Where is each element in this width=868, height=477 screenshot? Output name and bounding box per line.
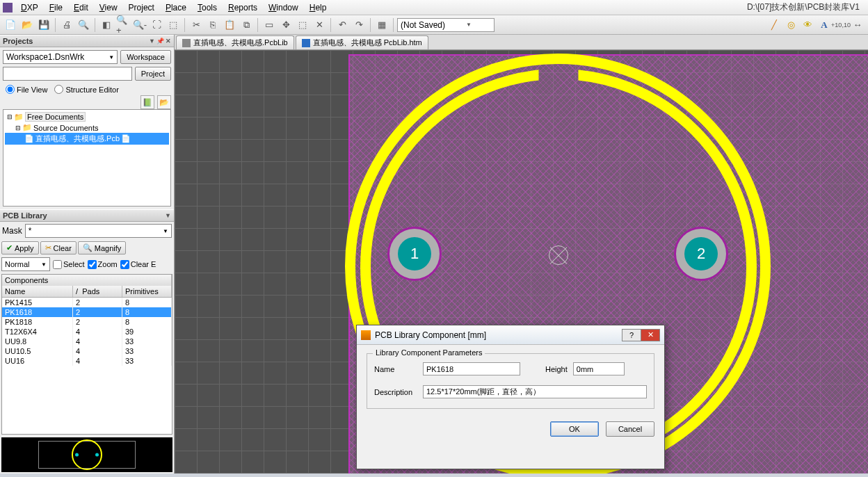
table-row[interactable]: UU9.8433 — [2, 337, 172, 346]
file-path: D:\[07]技术创新\PCB封装库V1 — [747, 1, 865, 13]
menu-edit[interactable]: EditEdit — [68, 1, 94, 15]
file-view-radio[interactable]: File View — [6, 85, 47, 94]
magnify-button[interactable]: 🔍Magnify — [78, 241, 127, 254]
pcblib-file-icon — [182, 39, 191, 47]
menu-help[interactable]: HelpHelp — [304, 1, 332, 15]
project-button[interactable]: Project — [135, 67, 171, 81]
table-row[interactable]: PK161828 — [2, 307, 172, 317]
sidebar: Projects ▼📌✕ Workspace1.DsnWrk▼ Workspac… — [0, 35, 175, 474]
table-row[interactable]: T12X6X4439 — [2, 327, 172, 337]
menu-window[interactable]: WindowWindow — [263, 1, 304, 15]
cancel-button[interactable]: Cancel — [606, 421, 654, 437]
tab-htm[interactable]: 直插电感、共模电感 PcbLib.htm — [296, 35, 428, 49]
redo-icon[interactable]: ↷ — [351, 17, 367, 33]
structure-editor-radio[interactable]: Structure Editor — [54, 85, 118, 94]
apply-button[interactable]: ✔Apply — [1, 241, 39, 254]
duplicate-icon[interactable]: ⧉ — [239, 17, 254, 33]
place-coord-icon[interactable]: +10,10 — [833, 17, 849, 33]
compile-icon[interactable]: 📗 — [140, 95, 154, 109]
save-icon[interactable]: 💾 — [36, 17, 51, 33]
doc-combo[interactable]: (Not Saved)▼ — [397, 18, 495, 32]
menu-file[interactable]: FileFile — [44, 1, 68, 15]
paste-icon[interactable]: 📋 — [222, 17, 237, 33]
description-label: Description — [374, 388, 417, 396]
components-table[interactable]: Components Name / Pads Primitives PK1415… — [1, 274, 172, 435]
table-row[interactable]: UU16433 — [2, 356, 172, 366]
ok-button[interactable]: OK — [550, 421, 599, 437]
name-label: Name — [374, 365, 417, 373]
pad-2[interactable]: 2 — [674, 227, 728, 281]
menu-project[interactable]: ProjectProject — [123, 1, 160, 15]
preview-icon[interactable]: 🔍 — [76, 17, 91, 33]
panel-pin2-icon[interactable]: 📌 — [156, 38, 164, 45]
height-input[interactable] — [573, 362, 625, 375]
menu-tools[interactable]: ToolsTools — [192, 1, 223, 15]
project-tree[interactable]: ⊟📁Free Documents ⊟📁Source Documents 📄直插电… — [3, 109, 171, 207]
tab-pcblib[interactable]: 直插电感、共模电感.PcbLib — [176, 35, 294, 49]
panel-close-icon[interactable]: ✕ — [166, 38, 171, 45]
zoom-in-icon[interactable]: 🔍+ — [115, 17, 131, 33]
place-string-icon[interactable]: A — [817, 17, 832, 33]
projects-panel-header: Projects ▼📌✕ — [0, 35, 174, 47]
menu-bar: DDXPXP FileFile EditEdit ViewView Projec… — [0, 0, 868, 15]
copy-icon[interactable]: ⎘ — [205, 17, 220, 33]
pcblib-panel-header: PCB Library ▼ — [0, 209, 174, 222]
new-icon[interactable]: 📄 — [3, 17, 18, 33]
grid-icon[interactable]: ▦ — [374, 17, 389, 33]
zoom-checkbox[interactable]: Zoom — [88, 260, 118, 269]
footprint-preview — [1, 437, 172, 472]
table-row[interactable]: UU10.5433 — [2, 346, 172, 356]
layers-icon[interactable]: ◧ — [99, 17, 114, 33]
dialog-help-button[interactable]: ? — [622, 329, 641, 341]
undo-icon[interactable]: ↶ — [335, 17, 350, 33]
group-title: Library Component Parameters — [373, 348, 485, 357]
workspace-combo[interactable]: Workspace1.DsnWrk▼ — [3, 50, 118, 64]
status-bar — [0, 474, 868, 477]
open-icon[interactable]: 📂 — [19, 17, 35, 33]
dialog-close-button[interactable]: ✕ — [641, 329, 660, 341]
place-line-icon[interactable]: ╱ — [766, 17, 782, 33]
cut-icon[interactable]: ✂ — [188, 17, 204, 33]
height-label: Height — [545, 365, 568, 373]
menu-dxp[interactable]: DDXPXP — [15, 1, 44, 15]
dialog-icon — [361, 330, 371, 340]
zoom-select-icon[interactable]: ⬚ — [166, 17, 181, 33]
mask-label: Mask — [2, 226, 22, 236]
mask-combo[interactable]: *▼ — [25, 224, 172, 238]
move-icon[interactable]: ✥ — [278, 17, 294, 33]
refresh-icon[interactable]: 📂 — [157, 95, 171, 109]
zoom-fit-icon[interactable]: ⛶ — [149, 17, 164, 33]
zoom-out-icon[interactable]: 🔍- — [132, 17, 147, 33]
select-rect-icon[interactable]: ▭ — [262, 17, 277, 33]
workspace-button[interactable]: Workspace — [120, 50, 171, 64]
table-row[interactable]: PK181828 — [2, 317, 172, 327]
toolbar: 📄 📂 💾 🖨 🔍 ◧ 🔍+ 🔍- ⛶ ⬚ ✂ ⎘ 📋 ⧉ ▭ ✥ ⬚ ✕ ↶ … — [0, 15, 868, 35]
pad-1[interactable]: 1 — [387, 227, 442, 281]
htm-file-icon — [302, 39, 310, 47]
place-via-icon[interactable]: 👁 — [800, 17, 815, 33]
clear-icon[interactable]: ✕ — [312, 17, 327, 33]
menu-view[interactable]: ViewView — [94, 1, 123, 15]
panel-dd-icon[interactable]: ▼ — [165, 212, 171, 219]
dialog-titlebar[interactable]: PCB Library Component [mm] ? ✕ — [357, 325, 664, 345]
menu-place[interactable]: PlacePlace — [160, 1, 192, 15]
place-dimension-icon[interactable]: ↔ — [850, 17, 865, 33]
panel-pin-icon[interactable]: ▼ — [149, 38, 155, 45]
app-logo-icon — [3, 3, 13, 13]
clear-button[interactable]: ✂Clear — [40, 241, 77, 254]
name-input[interactable] — [423, 362, 520, 375]
select-checkbox[interactable]: Select — [53, 260, 85, 269]
cleare-checkbox[interactable]: Clear E — [120, 260, 156, 269]
origin-marker — [547, 243, 570, 267]
place-pad-icon[interactable]: ◎ — [783, 17, 798, 33]
dialog-title: PCB Library Component [mm] — [375, 330, 486, 340]
print-icon[interactable]: 🖨 — [59, 17, 74, 33]
table-row[interactable]: PK141528 — [2, 298, 172, 307]
project-combo[interactable] — [3, 67, 132, 81]
component-dialog: PCB Library Component [mm] ? ✕ Library C… — [356, 325, 665, 469]
deselect-icon[interactable]: ⬚ — [295, 17, 310, 33]
description-input[interactable] — [423, 385, 647, 398]
normal-combo[interactable]: Normal▼ — [1, 257, 50, 271]
menu-reports[interactable]: ReportsReports — [223, 1, 263, 15]
